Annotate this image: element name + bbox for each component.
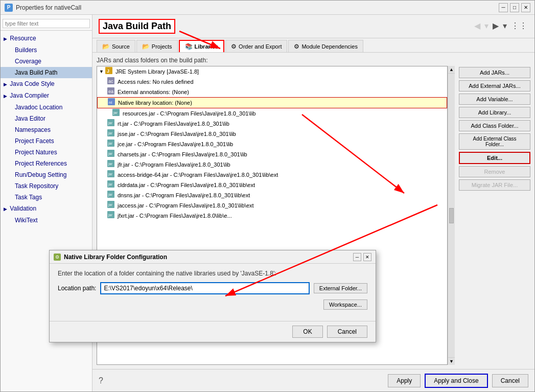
- sidebar-item-project-references[interactable]: Project References: [1, 158, 92, 169]
- tree-scrollbar[interactable]: ▲ ▼: [448, 66, 455, 365]
- add-library-button[interactable]: Add Library...: [459, 107, 530, 118]
- tree-item-resources-jar[interactable]: ▶ jar resources.jar - C:\Program Files\J…: [97, 108, 447, 119]
- tree-item-access-bridge[interactable]: jar access-bridge-64.jar - C:\Program Fi…: [97, 170, 447, 180]
- sidebar-item-project-facets[interactable]: Project Facets: [1, 135, 92, 147]
- dialog-minimize-button[interactable]: ─: [353, 253, 361, 261]
- add-class-folder-button[interactable]: Add Class Folder...: [459, 120, 530, 131]
- svg-text:jar: jar: [108, 152, 112, 156]
- edit-button[interactable]: Edit...: [459, 152, 530, 164]
- sidebar-item-label: Builders: [15, 47, 37, 54]
- tree-item-label: jce.jar - C:\Program Files\Java\jre1.8.0…: [118, 140, 233, 148]
- nav-menu-button[interactable]: ⋮⋮: [510, 21, 528, 31]
- title-bar: P Properties for nativeCall ─ □ ✕: [1, 1, 534, 15]
- dialog-close-button[interactable]: ✕: [363, 253, 371, 261]
- add-jars-button[interactable]: Add JARs...: [459, 67, 530, 78]
- help-icon[interactable]: ?: [99, 376, 103, 385]
- tree-item-jaccess[interactable]: jar jaccess.jar - C:\Program Files\Java\…: [97, 200, 447, 211]
- sidebar-item-resource[interactable]: ▶ Resource: [1, 33, 92, 44]
- nav-forward-button[interactable]: ▶: [492, 21, 500, 31]
- svg-text:jar: jar: [108, 162, 112, 166]
- svg-text:nl: nl: [109, 100, 112, 105]
- tree-item-charsets-jar[interactable]: jar charsets.jar - C:\Program Files\Java…: [97, 149, 447, 159]
- external-folder-button[interactable]: External Folder...: [314, 283, 367, 293]
- tab-order-export[interactable]: ⚙ Order and Export: [225, 40, 287, 52]
- close-button[interactable]: ✕: [521, 3, 530, 12]
- expand-arrow: ▶: [4, 36, 7, 41]
- nav-forward2-button[interactable]: ▾: [502, 21, 508, 31]
- svg-text:ac: ac: [108, 79, 113, 84]
- sidebar-item-wikitext[interactable]: WikiText: [1, 215, 92, 226]
- sidebar-item-task-repo[interactable]: Task Repository: [1, 180, 92, 192]
- dialog-cancel-button[interactable]: Cancel: [327, 326, 367, 338]
- jar-icon-2: jar: [107, 119, 114, 126]
- svg-text:jar: jar: [108, 142, 112, 146]
- tree-item-jre[interactable]: ▼ J JRE System Library [JavaSE-1.8]: [97, 66, 447, 77]
- sidebar-item-java-compiler[interactable]: ▶ Java Compiler: [1, 90, 92, 102]
- sidebar-item-validation[interactable]: ▶ Validation: [1, 203, 92, 215]
- tree-item-cldrdata[interactable]: jar cldrdata.jar - C:\Program Files\Java…: [97, 180, 447, 190]
- tree-item-ext-annotations[interactable]: ea External annotations: (None): [97, 87, 447, 97]
- cancel-button[interactable]: Cancel: [492, 374, 528, 387]
- tree-item-label: rt.jar - C:\Program Files\Java\jre1.8.0_…: [118, 120, 229, 128]
- sidebar-item-label: Run/Debug Setting: [15, 171, 66, 178]
- order-tab-icon: ⚙: [231, 43, 237, 50]
- sidebar-item-run-debug[interactable]: Run/Debug Setting: [1, 169, 92, 180]
- scroll-thumb[interactable]: [449, 208, 454, 223]
- dialog-title-bar: ⚙ Native Library Folder Configuration ─ …: [50, 250, 376, 264]
- tab-libraries[interactable]: 📚 Libraries: [179, 40, 224, 52]
- workspace-button[interactable]: Workspace...: [323, 299, 367, 310]
- apply-close-button[interactable]: Apply and Close: [425, 374, 487, 388]
- tree-item-rt-jar[interactable]: jar rt.jar - C:\Program Files\Java\jre1.…: [97, 119, 447, 129]
- filter-input[interactable]: [3, 19, 90, 28]
- tree-item-jce-jar[interactable]: jar jce.jar - C:\Program Files\Java\jre1…: [97, 139, 447, 149]
- location-input[interactable]: [100, 282, 309, 294]
- tab-libraries-label: Libraries: [195, 43, 218, 50]
- apply-button[interactable]: Apply: [388, 374, 421, 387]
- tab-source[interactable]: 📂 Source: [97, 40, 135, 52]
- sidebar-item-project-natures[interactable]: Project Natures: [1, 147, 92, 158]
- source-tab-icon: 📂: [102, 43, 110, 50]
- tree-item-jsse-jar[interactable]: jar jsse.jar - C:\Program Files\Java\jre…: [97, 129, 447, 139]
- sidebar-item-coverage[interactable]: Coverage: [1, 56, 92, 67]
- jar-icon-10: jar: [107, 201, 114, 208]
- title-bar-left: P Properties for nativeCall: [5, 4, 81, 12]
- sidebar-item-java-build-path[interactable]: Java Build Path: [1, 67, 92, 78]
- tab-projects-label: Projects: [152, 43, 172, 50]
- add-variable-button[interactable]: Add Variable...: [459, 94, 530, 105]
- tree-item-jfxrt[interactable]: jar jfxrt.jar - C:\Program Files\Java\jr…: [97, 211, 447, 221]
- tab-projects[interactable]: 📂 Projects: [136, 40, 178, 52]
- maximize-button[interactable]: □: [510, 3, 519, 12]
- add-external-class-folder-button[interactable]: Add External Class Folder...: [459, 133, 530, 150]
- remove-button[interactable]: Remove: [459, 166, 530, 177]
- native-library-dialog: ⚙ Native Library Folder Configuration ─ …: [49, 250, 376, 342]
- add-external-jars-button[interactable]: Add External JARs...: [459, 80, 530, 91]
- nav-back2-button[interactable]: ▾: [483, 21, 490, 31]
- expand-jre-arrow[interactable]: ▼: [99, 67, 104, 76]
- sidebar-item-java-editor[interactable]: Java Editor: [1, 113, 92, 124]
- tree-item-jfr-jar[interactable]: jar jfr.jar - C:\Program Files\Java\jre1…: [97, 159, 447, 170]
- scroll-up-arrow[interactable]: ▲: [448, 66, 455, 74]
- tab-source-label: Source: [112, 43, 130, 50]
- filter-box: [1, 17, 92, 31]
- tree-item-native-lib[interactable]: nl Native library location: (None): [97, 97, 447, 108]
- tree-item-label: dnsns.jar - C:\Program Files\Java\jre1.8…: [118, 191, 250, 199]
- sidebar-item-namespaces[interactable]: Namespaces: [1, 124, 92, 135]
- sidebar-item-label: Coverage: [15, 58, 41, 65]
- dialog-ok-button[interactable]: OK: [292, 326, 322, 338]
- sidebar-item-task-tags[interactable]: Task Tags: [1, 192, 92, 203]
- nav-back-button[interactable]: ◀: [473, 21, 481, 31]
- scroll-down-arrow[interactable]: ▼: [448, 357, 455, 365]
- minimize-button[interactable]: ─: [499, 3, 508, 12]
- dialog-footer-buttons: OK Cancel: [292, 326, 367, 338]
- svg-text:ea: ea: [108, 89, 113, 94]
- sidebar-item-javadoc[interactable]: Javadoc Location: [1, 102, 92, 113]
- migrate-jar-button[interactable]: Migrate JAR File...: [459, 179, 530, 191]
- sidebar-item-label: WikiText: [15, 217, 38, 224]
- sidebar-item-java-code-style[interactable]: ▶ Java Code Style: [1, 78, 92, 90]
- jar-icon: jar: [112, 109, 120, 116]
- sidebar-item-builders[interactable]: Builders: [1, 44, 92, 56]
- tree-item-label: jsse.jar - C:\Program Files\Java\jre1.8.…: [118, 130, 236, 138]
- tree-item-dnsns[interactable]: jar dnsns.jar - C:\Program Files\Java\jr…: [97, 190, 447, 200]
- tab-module-dependencies[interactable]: ⚙ Module Dependencies: [288, 40, 363, 52]
- tree-item-access-rules[interactable]: ac Access rules: No rules defined: [97, 77, 447, 87]
